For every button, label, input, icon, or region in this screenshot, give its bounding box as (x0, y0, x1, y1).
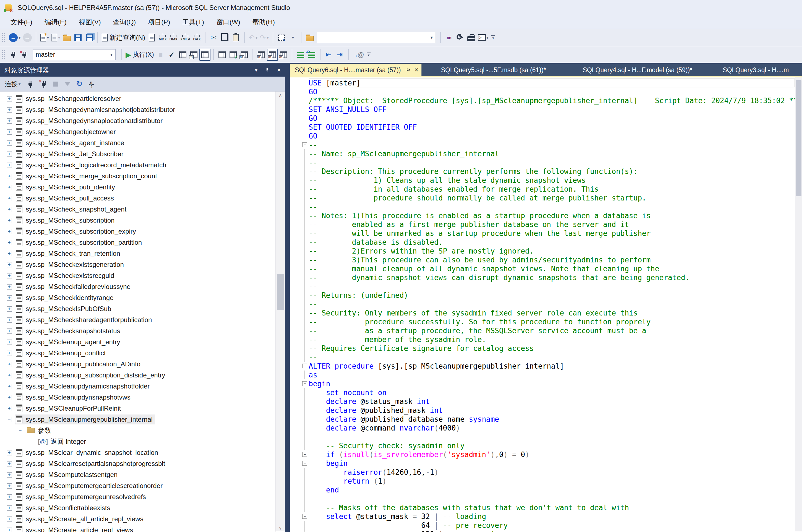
expand-icon[interactable]: + (7, 229, 12, 234)
code-line[interactable]: declare @published_mask int (290, 406, 795, 415)
fold-collapse-icon[interactable]: − (302, 381, 307, 386)
expand-icon[interactable]: + (7, 494, 12, 500)
tree-row[interactable]: +sys.sp_MScomputemergearticlescreationor… (0, 480, 275, 491)
expand-icon[interactable]: + (7, 472, 12, 477)
code-line[interactable]: -- database is disabled. (290, 238, 795, 247)
code-line[interactable]: end (290, 486, 795, 494)
code-line[interactable]: set nocount on (290, 388, 795, 397)
expand-icon[interactable]: + (7, 506, 12, 511)
tree-row[interactable]: +sys.sp_MSchecksnapshotstatus (0, 325, 275, 337)
code-line[interactable]: -- 3)This procedure can also be used by … (290, 255, 795, 264)
expand-icon[interactable]: + (7, 152, 12, 157)
add-item-button[interactable]: ▾ (50, 32, 61, 44)
intellisense-toggle-button[interactable] (199, 49, 210, 61)
document-tab-active[interactable]: SQLQuery6.sql - H....master (sa (57))✕ (290, 64, 421, 76)
code-line[interactable]: GO (290, 132, 795, 140)
expand-icon[interactable]: + (7, 373, 12, 378)
menu-item[interactable]: 工具(T) (176, 16, 210, 28)
specify-values-button[interactable]: @ (351, 49, 365, 61)
scroll-up-icon[interactable]: ∧ (276, 93, 285, 98)
save-button[interactable] (73, 32, 83, 44)
tree-row[interactable]: +sys.sp_MScleanup_publication_ADinfo (0, 359, 275, 370)
toolbar-drag-grip[interactable] (2, 33, 5, 43)
expand-icon[interactable]: + (7, 207, 12, 212)
code-line[interactable]: −-- (290, 140, 795, 149)
code-line[interactable]: -- will be unmarked as a startup procedu… (290, 229, 795, 238)
tree-row[interactable]: [@]返回 integer (0, 436, 275, 447)
code-line[interactable]: -- Security: Only members of the sysadmi… (290, 309, 795, 318)
expand-icon[interactable]: + (7, 395, 12, 400)
expand-icon[interactable]: + (7, 273, 12, 279)
toolbar-overflow-button[interactable]: ▾ (490, 32, 497, 44)
expand-icon[interactable]: + (7, 118, 12, 124)
expand-icon[interactable]: + (7, 140, 12, 146)
sqlcmd-mode-button[interactable] (238, 49, 250, 61)
tree-row[interactable]: +sys.sp_MScheck_subscription (0, 215, 275, 226)
menu-item[interactable]: 帮助(H) (246, 16, 281, 28)
code-line[interactable]: -- Name: sp_MScleanupmergepublisher_inte… (290, 149, 795, 158)
collapse-icon[interactable]: − (7, 417, 12, 422)
tree-row[interactable]: +sys.sp_MSconflicttableexists (0, 502, 275, 513)
code-line[interactable]: declare @command nvarchar(4000) (290, 424, 795, 433)
vs-window-button[interactable]: ∞ (444, 32, 455, 44)
tree-row[interactable]: +sys.sp_MSchangearticleresolver (0, 93, 275, 104)
navigate-backward-button[interactable]: ←▾ (8, 32, 22, 44)
expand-icon[interactable]: + (7, 185, 12, 190)
tree-row[interactable]: +sys.sp_MScheck_logicalrecord_metadatama… (0, 159, 275, 171)
tree-row[interactable]: +sys.sp_MScleanupdynsnapshotvws (0, 392, 275, 403)
code-line[interactable]: −begin (290, 379, 795, 388)
fold-collapse-icon[interactable]: − (302, 461, 307, 466)
window-position-button[interactable]: ▾ (255, 67, 257, 73)
expand-icon[interactable]: + (7, 384, 12, 389)
new-file-button[interactable]: ▾ (39, 32, 50, 44)
code-line[interactable]: raiserror(14260,16,-1) (290, 468, 795, 477)
toolbox-button[interactable] (466, 32, 477, 44)
dmx-query-button[interactable]: DMX (168, 31, 179, 44)
code-line[interactable]: /****** Object: StoredProcedure [sys].[s… (290, 96, 795, 105)
code-line[interactable]: declare @published_database_name sysname (290, 415, 795, 424)
code-line[interactable]: 64 | -- pre recovery (290, 521, 795, 530)
fold-collapse-icon[interactable]: − (302, 364, 307, 368)
tree-row[interactable]: +sys.sp_MSclear_dynamic_snapshot_locatio… (0, 447, 275, 458)
expand-icon[interactable]: + (7, 516, 12, 522)
expand-icon[interactable]: + (7, 350, 12, 356)
toolbar-overflow-button[interactable]: ▾ (365, 49, 372, 61)
database-combobox[interactable]: master ▾ (33, 49, 116, 60)
code-line[interactable]: -- 2)Errors within the SP are mostly ign… (290, 247, 795, 255)
code-line[interactable]: − select @status_mask = 32 | -- loading (290, 512, 795, 521)
cancel-query-button[interactable]: ■ (155, 49, 166, 61)
tree-row[interactable]: +sys.sp_MScheckfailedprevioussync (0, 281, 275, 292)
close-icon[interactable]: ✕ (414, 66, 419, 73)
command-window-button[interactable]: >▾ (477, 32, 490, 44)
code-line[interactable] (290, 433, 795, 441)
code-line[interactable]: -- (290, 300, 795, 309)
query-options-button[interactable] (188, 49, 199, 61)
find-in-files-button[interactable] (304, 32, 315, 44)
code-line[interactable]: return (1) (290, 477, 795, 486)
tree-row[interactable]: +sys.sp_MScheck_merge_subscription_count (0, 171, 275, 182)
fold-collapse-icon[interactable]: − (302, 514, 307, 519)
comment-selection-button[interactable] (295, 49, 306, 61)
code-line[interactable]: -- Returns: (undefined) (290, 291, 795, 300)
pin-button[interactable] (265, 68, 270, 73)
search-combobox[interactable]: ▾ (317, 32, 436, 43)
expand-icon[interactable]: + (7, 461, 12, 467)
code-line[interactable]: -- procedure successfully. So for this p… (290, 318, 795, 326)
undo-button[interactable]: ↶▾ (248, 32, 259, 44)
expand-icon[interactable]: + (7, 240, 12, 245)
execute-button[interactable]: ▶执行(X) (125, 49, 155, 61)
tree-row[interactable]: +sys.sp_MScheck_agent_instance (0, 137, 275, 149)
include-actual-plan-button[interactable] (228, 49, 238, 61)
tree-row[interactable]: +sys.sp_MScheck_subscription_expiry (0, 226, 275, 237)
expand-icon[interactable]: + (7, 340, 12, 345)
document-tab[interactable]: SQLQuery3.sql - H....m (710, 64, 802, 76)
tree-row[interactable]: +sys.sp_MSchangeobjectowner (0, 126, 275, 137)
include-client-statistics-button[interactable] (216, 49, 228, 61)
menu-item[interactable]: 编辑(E) (38, 16, 73, 28)
expand-icon[interactable]: + (7, 328, 12, 334)
tree-row[interactable]: +sys.sp_MScleanup_agent_entry (0, 337, 275, 347)
menu-item[interactable]: 文件(F) (4, 16, 38, 28)
tree-row[interactable]: +sys.sp_MScheck_tran_retention (0, 248, 275, 259)
selection-mode-button[interactable] (276, 32, 287, 44)
increase-indent-button[interactable]: ⇥ (335, 49, 345, 61)
